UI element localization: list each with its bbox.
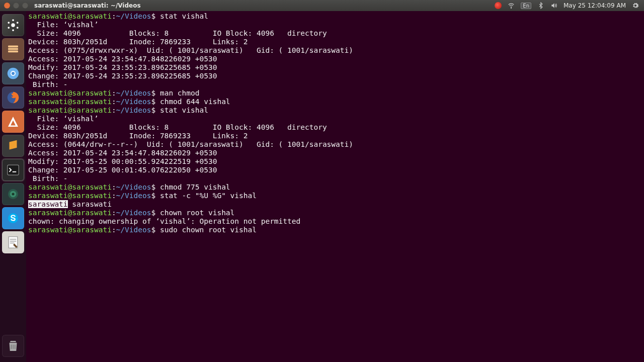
terminal-line: File: ‘vishal’ <box>28 115 642 123</box>
output-text: Birth: - <box>28 174 68 183</box>
dash-icon[interactable] <box>2 14 24 36</box>
prompt-userhost: saraswati@saraswati <box>28 192 112 200</box>
output-text: Birth: - <box>28 80 68 88</box>
terminal-line: saraswati@saraswati:~/Videos$ stat -c "%… <box>28 192 642 200</box>
command-text: chmod 644 vishal <box>160 98 230 106</box>
record-icon[interactable] <box>495 2 502 9</box>
svg-point-2 <box>12 19 14 21</box>
terminal-line: Access: 2017-05-24 23:54:47.848226029 +0… <box>28 55 642 63</box>
volume-icon[interactable] <box>550 2 557 9</box>
chromium-icon[interactable] <box>2 62 24 84</box>
command-text: sudo chown root vishal <box>160 226 257 234</box>
command-text: stat vishal <box>160 106 208 114</box>
svg-point-0 <box>511 8 512 8</box>
prompt-path: ~/Videos <box>116 209 151 217</box>
software-center-icon[interactable] <box>2 111 24 133</box>
camera-icon[interactable] <box>2 183 24 205</box>
output-text: Size: 4096 Blocks: 8 IO Block: 4096 dire… <box>28 123 327 131</box>
terminal-line: saraswati@saraswati:~/Videos$ chown root… <box>28 209 642 217</box>
prompt-path: ~/Videos <box>116 12 151 20</box>
output-text: Size: 4096 Blocks: 8 IO Block: 4096 dire… <box>28 29 327 37</box>
terminal-line: saraswati@saraswati:~/Videos$ chmod 775 … <box>28 183 642 192</box>
window-title: saraswati@saraswati: ~/Videos <box>34 2 141 9</box>
prompt-path: ~/Videos <box>116 183 151 191</box>
svg-point-4 <box>17 27 19 29</box>
svg-point-3 <box>17 22 19 24</box>
output-text: Access: (0775/drwxrwxr-x) Uid: ( 1001/sa… <box>28 46 353 54</box>
output-text: Modify: 2017-05-24 23:55:23.896225685 +0… <box>28 63 217 71</box>
minimize-icon[interactable] <box>13 3 19 9</box>
prompt-path: ~/Videos <box>116 98 151 106</box>
prompt-userhost: saraswati@saraswati <box>28 183 112 191</box>
terminal-line: saraswati saraswati <box>28 200 642 209</box>
terminal-line: Size: 4096 Blocks: 8 IO Block: 4096 dire… <box>28 123 642 132</box>
prompt-path: ~/Videos <box>116 226 151 234</box>
indicator-area: En May 25 12:04:09 AM <box>495 2 644 9</box>
output-text: File: ‘vishal’ <box>28 21 99 29</box>
svg-point-5 <box>12 29 14 31</box>
output-text: File: ‘vishal’ <box>28 115 99 123</box>
window-controls <box>0 3 28 9</box>
output-text: saraswati <box>68 200 112 208</box>
prompt-userhost: saraswati@saraswati <box>28 209 112 217</box>
maximize-icon[interactable] <box>22 3 28 9</box>
terminal-line: Change: 2017-05-25 00:01:45.076222050 +0… <box>28 166 642 174</box>
command-text: man chmod <box>160 89 200 97</box>
command-text: chmod 775 vishal <box>160 183 230 191</box>
prompt-userhost: saraswati@saraswati <box>28 226 112 234</box>
terminal-line: saraswati@saraswati:~/Videos$ sudo chown… <box>28 226 642 234</box>
terminal-line: File: ‘vishal’ <box>28 21 642 29</box>
svg-rect-15 <box>8 165 19 175</box>
top-menubar: saraswati@saraswati: ~/Videos En May 25 … <box>0 0 644 11</box>
output-text: Device: 803h/2051d Inode: 7869233 Links:… <box>28 132 248 140</box>
terminal-line: Access: (0775/drwxrwxr-x) Uid: ( 1001/sa… <box>28 46 642 55</box>
unity-launcher <box>0 11 26 362</box>
wifi-icon[interactable] <box>508 2 515 9</box>
keyboard-lang-indicator[interactable]: En <box>521 3 531 9</box>
svg-point-18 <box>12 193 15 196</box>
terminal-line: Birth: - <box>28 174 642 183</box>
output-text: Access: 2017-05-24 23:54:47.848226029 +0… <box>28 55 217 63</box>
output-text: Access: 2017-05-24 23:54:47.848226029 +0… <box>28 149 217 157</box>
clock[interactable]: May 25 12:04:09 AM <box>564 2 626 9</box>
close-icon[interactable] <box>4 3 10 9</box>
terminal-line: saraswati@saraswati:~/Videos$ stat visha… <box>28 106 642 115</box>
skype-icon[interactable] <box>2 207 24 229</box>
files-icon[interactable] <box>2 38 24 60</box>
terminal-line: Modify: 2017-05-25 00:00:55.924222519 +0… <box>28 157 642 166</box>
sublime-icon[interactable] <box>2 135 24 157</box>
prompt-path: ~/Videos <box>116 89 151 97</box>
prompt-userhost: saraswati@saraswati <box>28 89 112 97</box>
firefox-icon[interactable] <box>2 86 24 109</box>
svg-rect-10 <box>8 51 18 53</box>
prompt-userhost: saraswati@saraswati <box>28 98 112 106</box>
svg-point-13 <box>12 72 15 75</box>
trash-icon[interactable] <box>2 335 24 357</box>
terminal-icon[interactable] <box>2 159 24 181</box>
bluetooth-icon[interactable] <box>537 2 544 9</box>
terminal-line: Birth: - <box>28 80 642 89</box>
gear-icon[interactable] <box>632 2 639 9</box>
svg-point-1 <box>11 23 15 27</box>
terminal-line: Change: 2017-05-24 23:55:23.896225685 +0… <box>28 72 642 80</box>
prompt-userhost: saraswati@saraswati <box>28 12 112 20</box>
prompt-userhost: saraswati@saraswati <box>28 106 112 114</box>
prompt-path: ~/Videos <box>116 106 151 114</box>
svg-point-7 <box>8 22 10 24</box>
text-editor-icon[interactable] <box>2 231 24 253</box>
terminal-line: saraswati@saraswati:~/Videos$ man chmod <box>28 89 642 98</box>
terminal-line: Access: 2017-05-24 23:54:47.848226029 +0… <box>28 149 642 157</box>
svg-rect-8 <box>8 46 18 48</box>
output-text: Change: 2017-05-24 23:55:23.896225685 +0… <box>28 72 217 80</box>
command-text: stat vishal <box>160 12 208 20</box>
output-text: chown: changing ownership of ‘vishal’: O… <box>28 217 300 225</box>
svg-rect-9 <box>8 48 18 50</box>
terminal-line: chown: changing ownership of ‘vishal’: O… <box>28 217 642 226</box>
output-text: Device: 803h/2051d Inode: 7869233 Links:… <box>28 38 248 46</box>
terminal-line: Size: 4096 Blocks: 8 IO Block: 4096 dire… <box>28 29 642 38</box>
prompt-path: ~/Videos <box>116 192 151 200</box>
terminal-line: saraswati@saraswati:~/Videos$ chmod 644 … <box>28 98 642 106</box>
terminal-line: Modify: 2017-05-24 23:55:23.896225685 +0… <box>28 63 642 72</box>
terminal-line: Device: 803h/2051d Inode: 7869233 Links:… <box>28 132 642 140</box>
terminal-output[interactable]: saraswati@saraswati:~/Videos$ stat visha… <box>26 11 644 362</box>
